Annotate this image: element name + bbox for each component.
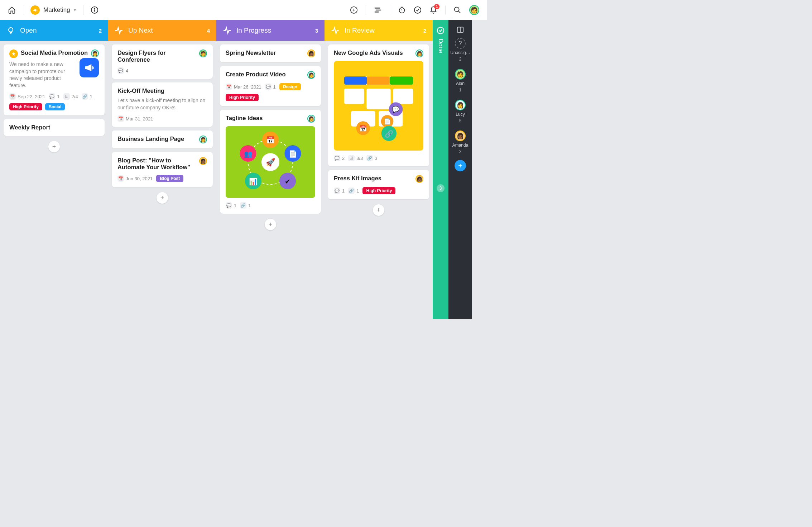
card-create-product-video[interactable]: Create Product Video 👩 📅Mar 26, 2021 💬1 … (220, 66, 321, 106)
project-name: Marketing (43, 6, 70, 14)
assignee-avatar[interactable]: 👩 (415, 49, 423, 57)
tag-blog-post[interactable]: Blog Post (156, 175, 183, 182)
search-icon[interactable] (453, 6, 461, 14)
add-icon[interactable] (350, 6, 358, 14)
card-blog-post[interactable]: Blog Post: "How to Automate Your Workflo… (112, 152, 213, 187)
svg-text:📊: 📊 (249, 177, 258, 186)
info-icon[interactable] (91, 6, 99, 14)
assignee-avatar[interactable]: 👩 (307, 71, 315, 79)
add-assignee-button[interactable]: + (455, 160, 466, 171)
card-press-kit-images[interactable]: Press Kit Images 👩🏾 💬1 🔗1 High Priority (328, 170, 429, 199)
card-image: 🚀 📅 📄 ✔ 📊 👥 (226, 126, 315, 198)
comment-icon: 💬 (226, 202, 232, 209)
card-image: 💬 📅 📄 🔗 (334, 61, 423, 151)
project-selector[interactable]: Marketing ▾ (30, 5, 76, 15)
card-social-media-promotion[interactable]: Social Media Promotion 👩 We need to make… (4, 44, 105, 115)
card-title: Social Media Promotion (21, 49, 88, 56)
add-card-button[interactable]: + (48, 141, 60, 152)
column-in-review: In Review 2 New Google Ads Visuals 👩 (325, 20, 433, 319)
svg-rect-32 (344, 76, 367, 85)
svg-text:📄: 📄 (384, 118, 391, 125)
activity-icon (223, 26, 231, 35)
sidebar-item-lucy[interactable]: 👩 Lucy 5 (448, 97, 472, 126)
svg-text:📄: 📄 (289, 150, 297, 158)
timeline-icon[interactable] (374, 6, 382, 14)
column-header[interactable]: Open 2 (0, 20, 108, 41)
check-circle-icon (437, 27, 445, 34)
comment-icon: 💬 (49, 93, 55, 100)
svg-text:📅: 📅 (266, 136, 275, 144)
tag-design[interactable]: Design (279, 83, 301, 90)
calendar-icon: 📅 (117, 115, 124, 122)
notifications-icon[interactable]: 1 (429, 6, 437, 14)
link-icon: 🔗 (82, 93, 88, 100)
svg-point-13 (455, 7, 459, 12)
column-open: Open 2 Social Media Promotion 👩 We need … (0, 20, 108, 319)
card-spring-newsletter[interactable]: Spring Newsletter 👩🏾 (220, 44, 321, 62)
card-kick-off-meeting[interactable]: Kick-Off Meeting Let's have a kick-off m… (112, 82, 213, 127)
checklist-meta: ☑2/4 (63, 93, 78, 100)
card-google-ads-visuals[interactable]: New Google Ads Visuals 👩 💬 (328, 44, 429, 166)
assignee-avatar[interactable]: 👩 (199, 136, 207, 143)
sidebar-item-alan[interactable]: 🧑 Alan 1 (448, 66, 472, 95)
checklist-icon: ☑ (348, 155, 355, 161)
svg-rect-36 (366, 89, 390, 109)
links-meta: 🔗1 (348, 187, 359, 194)
calendar-icon: 📅 (9, 93, 16, 100)
tag-high-priority[interactable]: High Priority (226, 94, 259, 101)
assignee-avatar[interactable]: 🧑 (199, 49, 207, 57)
svg-line-14 (458, 11, 461, 13)
assignee-avatar[interactable]: 👩 (307, 115, 315, 123)
svg-point-12 (414, 7, 421, 13)
user-avatar[interactable]: 🧑 (469, 5, 479, 15)
svg-text:👥: 👥 (244, 150, 253, 158)
notification-badge: 1 (434, 4, 439, 9)
comments-meta: 💬2 (334, 155, 345, 161)
card-title: Blog Post: "How to Automate Your Workflo… (117, 157, 196, 171)
link-icon: 🔗 (366, 155, 373, 161)
links-meta: 🔗1 (240, 202, 251, 209)
svg-text:📅: 📅 (359, 124, 367, 132)
avatar-icon: 👩🏾 (455, 130, 466, 141)
add-card-button[interactable]: + (265, 219, 276, 230)
card-title: Press Kit Images (334, 175, 413, 182)
link-icon: 🔗 (348, 187, 355, 194)
assignee-avatar[interactable]: 👩 (91, 49, 99, 57)
comments-meta: 💬1 (265, 84, 276, 90)
column-header[interactable]: In Review 2 (325, 20, 433, 41)
card-title: Business Landing Page (117, 136, 196, 142)
column-header[interactable]: In Progress 3 (216, 20, 325, 41)
assignee-avatar[interactable]: 👩🏾 (415, 175, 423, 183)
card-design-flyers[interactable]: Design Flyers for Conference 🧑 💬4 (112, 44, 213, 79)
column-title: Open (20, 27, 94, 34)
tag-social[interactable]: Social (45, 103, 65, 110)
card-title: Kick-Off Meeting (117, 87, 164, 94)
card-tagline-ideas[interactable]: Tagline Ideas 👩 🚀 📅 📄 ✔ 📊 👥 💬1 (220, 110, 321, 214)
timer-icon[interactable] (398, 6, 406, 14)
column-count: 3 (315, 28, 318, 34)
board-view-icon[interactable] (456, 26, 464, 34)
svg-text:💬: 💬 (392, 105, 400, 113)
assignee-avatar[interactable]: 👩🏾 (307, 49, 315, 57)
date-meta: 📅Mar 31, 2021 (117, 115, 153, 122)
svg-text:🚀: 🚀 (266, 158, 275, 167)
column-done-collapsed[interactable]: Done 3 (433, 20, 448, 319)
svg-rect-35 (344, 89, 364, 104)
tag-high-priority[interactable]: High Priority (9, 103, 42, 110)
links-meta: 🔗1 (82, 93, 92, 100)
sidebar-item-unassigned[interactable]: ? Unassig… 2 (448, 35, 472, 65)
check-circle-icon[interactable] (414, 6, 422, 14)
home-icon[interactable] (8, 6, 16, 14)
calendar-icon: 📅 (117, 175, 124, 182)
comment-icon: 💬 (117, 67, 124, 74)
assignee-avatar[interactable]: 👩🏾 (199, 157, 207, 165)
card-business-landing-page[interactable]: Business Landing Page 👩 (112, 130, 213, 148)
add-card-button[interactable]: + (373, 204, 384, 216)
sidebar-item-count: 3 (459, 149, 462, 154)
sidebar-item-amanda[interactable]: 👩🏾 Amanda 3 (448, 128, 472, 157)
kanban-board: Open 2 Social Media Promotion 👩 We need … (0, 20, 487, 319)
tag-high-priority[interactable]: High Priority (362, 187, 395, 194)
card-weekly-report[interactable]: Weekly Report (4, 119, 105, 136)
column-header[interactable]: Up Next 4 (108, 20, 216, 41)
add-card-button[interactable]: + (157, 192, 168, 204)
